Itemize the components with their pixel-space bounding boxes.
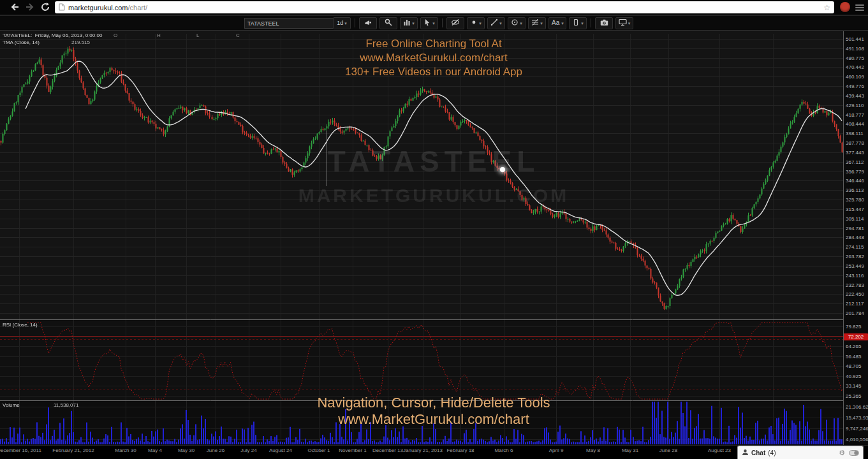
price-axis-label: 449.776: [846, 84, 864, 89]
date-axis-label: March 6: [495, 448, 513, 453]
price-axis-label: 346.446: [846, 178, 864, 184]
chevron-down-icon: ▾: [540, 21, 543, 26]
megaphone-button[interactable]: [359, 17, 377, 29]
rsi-current-value-tag: 72.202: [844, 333, 868, 340]
date-axis-label: December 16, 2011: [0, 448, 41, 453]
chevron-down-icon: ▾: [432, 21, 435, 26]
date-axis-label: May 31: [622, 448, 638, 453]
price-axis-label: 201.784: [846, 310, 864, 316]
price-axis-label: 439.443: [846, 93, 864, 99]
text-tool-button[interactable]: Aa▾: [548, 17, 566, 29]
volume-axis-label: 4,010,556: [846, 437, 868, 442]
browser-back-button[interactable]: [9, 1, 20, 13]
date-axis-label: August 23: [708, 448, 731, 453]
symbol-input[interactable]: [244, 18, 334, 29]
megaphone-icon: [364, 17, 372, 29]
price-axis-label: 418.777: [846, 112, 864, 118]
cursor-button[interactable]: ▾: [420, 17, 438, 29]
gear-icon[interactable]: ⚙: [839, 449, 845, 456]
legend-symbol: TATASTEEL:: [3, 33, 32, 38]
hide-eye-button[interactable]: [446, 17, 464, 29]
right-axis[interactable]: 501.441491.108480.775470.442460.109449.7…: [843, 31, 868, 445]
promo-text-top: Free Online Charting Tool At www.MarketG…: [128, 37, 740, 79]
price-axis-label: 263.782: [846, 254, 864, 259]
price-axis-label: 377.445: [846, 150, 864, 156]
price-axis-label: 480.775: [846, 55, 864, 61]
address-bar[interactable]: marketgurukul.com /chart/ ☆: [55, 1, 834, 13]
price-axis-label: 387.778: [846, 140, 864, 146]
circle-tool-icon: [511, 17, 519, 29]
chart-canvas[interactable]: [0, 31, 843, 445]
cursor-icon: [423, 17, 431, 29]
price-axis-label: 232.783: [846, 282, 864, 288]
price-axis-label: 305.114: [846, 216, 864, 222]
chat-count: (4): [768, 449, 776, 456]
rsi-axis-label: 25.365: [846, 393, 861, 399]
date-axis-label: February 18: [446, 448, 474, 453]
date-axis-label: June 26: [207, 448, 224, 453]
browser-reload-button[interactable]: [40, 1, 51, 13]
marker-dot-button[interactable]: ▾: [467, 17, 485, 29]
fib-tool-icon: [531, 17, 539, 29]
chart-type-icon: [403, 17, 411, 29]
chat-title: Chat: [751, 449, 765, 456]
marker-dot-icon: [470, 17, 478, 29]
interval-dropdown[interactable]: 1d▾: [333, 17, 351, 29]
promo-text-bottom: Navigation, Cursor, Hide/Delete Tools ww…: [128, 395, 740, 428]
browser-chrome: marketgurukul.com /chart/ ☆: [0, 0, 868, 15]
rsi-legend: RSI (Close, 14): [3, 322, 38, 328]
browser-forward-button[interactable]: [24, 1, 36, 13]
date-axis-label: October 1: [307, 448, 330, 453]
volume-legend: Volume: [3, 402, 20, 408]
camera-icon: [600, 17, 608, 29]
circle-tool-button[interactable]: ▾: [508, 17, 526, 29]
trendline-icon: [490, 17, 498, 29]
price-axis-label: 408.444: [846, 121, 864, 127]
magnifier-icon: [385, 17, 392, 29]
fib-tool-button[interactable]: ▾: [528, 17, 546, 29]
text-tool-icon: Aa: [551, 17, 560, 29]
volume-axis-label: 9,747,246: [846, 426, 868, 432]
toolbar-button-group: 1d▾▾▾▾▾▾▾Aa▾▾▾: [333, 17, 633, 29]
date-axis-label: August 24: [269, 448, 292, 453]
volume-axis-label: 21,306,627: [846, 404, 868, 410]
date-axis-label: July 24: [240, 448, 256, 453]
chevron-down-icon: ▾: [479, 21, 482, 26]
extension-badge-icon[interactable]: [840, 2, 850, 12]
volume-axis-label: 15,473,936: [846, 415, 868, 421]
date-axis-label: December 13: [372, 448, 403, 453]
minimize-toggle-icon[interactable]: [849, 447, 859, 458]
watermark-symbol: TATASTEEL: [128, 144, 740, 178]
interval-label: 1d: [337, 20, 343, 26]
date-axis-label: April 9: [549, 448, 564, 453]
rect-tool-button[interactable]: ▾: [569, 17, 587, 29]
rect-tool-icon: [572, 17, 580, 29]
chat-widget[interactable]: Chat (4) ⚙: [737, 446, 864, 459]
browser-menu-icon[interactable]: [855, 3, 864, 12]
rsi-axis-label: 48.705: [846, 363, 861, 369]
camera-button[interactable]: [595, 17, 613, 29]
chevron-down-icon: ▾: [561, 21, 564, 26]
price-axis-label: 398.111: [846, 131, 864, 136]
toolbar-separator: [591, 18, 591, 27]
price-axis-label: 222.450: [846, 291, 864, 297]
legend-datetime: Friday, May 06, 2013, 0:00:00: [35, 33, 103, 38]
chevron-down-icon: ▾: [628, 21, 631, 26]
chevron-down-icon: ▾: [581, 21, 584, 26]
chevron-down-icon: ▾: [499, 21, 502, 26]
chevron-down-icon: ▾: [344, 21, 347, 26]
chart-type-button[interactable]: ▾: [400, 17, 418, 29]
date-axis-label: May 4: [148, 448, 162, 453]
bookmark-star-icon[interactable]: ☆: [823, 4, 830, 11]
rsi-axis-label: 64.265: [846, 344, 861, 349]
date-axis-label: January 21, 2013: [403, 448, 443, 453]
price-axis-label: 315.447: [846, 207, 864, 212]
watermark-site: MARKETGURUKUL.COM: [128, 185, 740, 207]
monitor-button[interactable]: ▾: [615, 17, 633, 29]
trendline-button[interactable]: ▾: [487, 17, 505, 29]
rsi-axis-label: 79.825: [846, 324, 861, 330]
url-domain: marketgurukul.com: [68, 4, 128, 11]
date-axis-label: November 1: [339, 448, 367, 453]
chart-toolbar: 1d▾▾▾▾▾▾▾Aa▾▾▾: [0, 16, 868, 31]
magnifier-button[interactable]: [379, 17, 397, 29]
